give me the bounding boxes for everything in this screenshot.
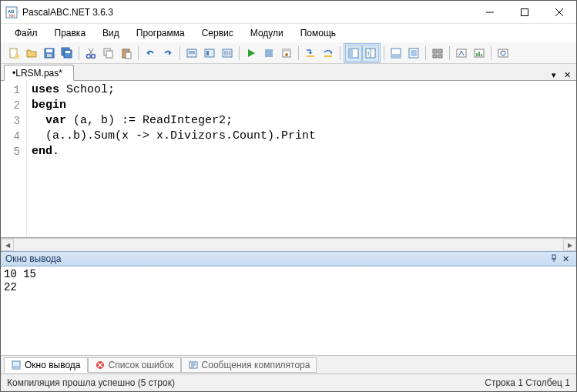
open-file-button[interactable] bbox=[23, 45, 40, 62]
undo-button[interactable] bbox=[142, 45, 159, 62]
extra-button-3[interactable] bbox=[495, 45, 512, 62]
output-content[interactable]: 10 15 22 bbox=[1, 266, 576, 356]
tab-errors[interactable]: Список ошибок bbox=[88, 357, 181, 373]
output-panel-title: Окно вывода bbox=[5, 253, 62, 264]
view-button-2[interactable] bbox=[405, 45, 422, 62]
menu-modules[interactable]: Модули bbox=[243, 25, 291, 41]
line-number: 5 bbox=[1, 144, 26, 159]
svg-rect-27 bbox=[205, 49, 214, 57]
svg-rect-63 bbox=[12, 366, 20, 369]
maximize-button[interactable] bbox=[507, 1, 542, 23]
cut-button[interactable] bbox=[82, 45, 99, 62]
scroll-left-icon[interactable]: ◀ bbox=[1, 239, 14, 251]
toolbar-separator bbox=[425, 46, 426, 60]
minimize-button[interactable] bbox=[472, 1, 507, 23]
horizontal-scrollbar[interactable]: ◀ ▶ bbox=[1, 238, 576, 251]
svg-point-8 bbox=[15, 54, 19, 59]
code-editor[interactable]: 1 2 3 4 5 uses School;begin var (a, b) :… bbox=[1, 81, 576, 238]
svg-rect-48 bbox=[433, 49, 437, 53]
errors-tab-icon bbox=[95, 360, 106, 370]
stop-button[interactable] bbox=[260, 45, 277, 62]
extra-button-2[interactable] bbox=[471, 45, 488, 62]
copy-button[interactable] bbox=[100, 45, 117, 62]
svg-rect-50 bbox=[433, 55, 437, 58]
tool-button-c[interactable] bbox=[219, 45, 236, 62]
tab-compiler-messages[interactable]: Сообщения компилятора bbox=[181, 357, 317, 373]
new-file-button[interactable] bbox=[5, 45, 22, 62]
panel-close-icon[interactable]: ✕ bbox=[560, 254, 572, 264]
editor-tab-strip: •LRSM.pas* ▾ ✕ bbox=[1, 64, 576, 81]
svg-rect-55 bbox=[478, 52, 480, 56]
output-panel-header: Окно вывода ✕ bbox=[1, 251, 576, 266]
code-content[interactable]: uses School;begin var (a, b) := ReadInte… bbox=[27, 81, 576, 237]
scroll-right-icon[interactable]: ▶ bbox=[563, 239, 576, 251]
view-button-1[interactable] bbox=[387, 45, 404, 62]
status-message: Компиляция прошла успешно (5 строк) bbox=[7, 377, 175, 388]
tab-dropdown-icon[interactable]: ▾ bbox=[549, 70, 559, 80]
title-bar: AB.Net PascalABC.NET 3.6.3 bbox=[1, 1, 576, 24]
svg-rect-10 bbox=[46, 49, 52, 52]
toolbar-separator bbox=[491, 46, 491, 60]
menu-edit[interactable]: Правка bbox=[47, 25, 94, 41]
output-tab-icon bbox=[11, 360, 22, 370]
svg-line-18 bbox=[89, 49, 92, 55]
svg-point-16 bbox=[92, 54, 96, 58]
svg-rect-40 bbox=[349, 49, 353, 58]
svg-rect-4 bbox=[521, 8, 528, 15]
svg-rect-28 bbox=[206, 51, 209, 55]
messages-tab-icon bbox=[188, 360, 199, 370]
run-button[interactable] bbox=[243, 45, 260, 62]
toolbar: I bbox=[1, 42, 576, 64]
tab-output[interactable]: Окно вывода bbox=[4, 357, 88, 373]
svg-rect-23 bbox=[126, 52, 131, 59]
menu-program[interactable]: Программа bbox=[129, 25, 193, 41]
svg-rect-11 bbox=[47, 54, 52, 57]
svg-line-17 bbox=[89, 49, 93, 55]
svg-text:I: I bbox=[367, 50, 369, 57]
menu-file[interactable]: Файл bbox=[7, 25, 45, 41]
status-bar: Компиляция прошла успешно (5 строк) Стро… bbox=[1, 374, 576, 391]
svg-rect-20 bbox=[106, 51, 112, 58]
compile-button[interactable] bbox=[278, 45, 295, 62]
tab-close-icon[interactable]: ✕ bbox=[562, 70, 573, 80]
tool-button-b[interactable] bbox=[201, 45, 218, 62]
toolbar-separator bbox=[239, 46, 240, 60]
step-into-button[interactable] bbox=[302, 45, 319, 62]
save-all-button[interactable] bbox=[59, 45, 75, 62]
svg-rect-45 bbox=[391, 54, 401, 58]
menu-help[interactable]: Помощь bbox=[293, 25, 344, 41]
menu-service[interactable]: Сервис bbox=[194, 25, 241, 41]
svg-point-15 bbox=[87, 54, 91, 58]
svg-rect-56 bbox=[481, 54, 482, 56]
paste-button[interactable] bbox=[118, 45, 135, 62]
pin-icon[interactable] bbox=[548, 254, 560, 263]
scroll-track[interactable] bbox=[14, 239, 563, 251]
editor-tab[interactable]: •LRSM.pas* bbox=[4, 65, 74, 81]
toolbar-separator bbox=[179, 46, 180, 60]
step-over-button[interactable] bbox=[320, 45, 337, 62]
close-button[interactable] bbox=[542, 1, 576, 23]
layout-button-2[interactable]: I bbox=[362, 45, 379, 62]
toolbar-separator bbox=[79, 46, 79, 60]
extra-button-1[interactable] bbox=[453, 45, 470, 62]
save-button[interactable] bbox=[41, 45, 58, 62]
redo-button[interactable] bbox=[159, 45, 176, 62]
toolbar-separator bbox=[449, 46, 450, 60]
tool-button-a[interactable] bbox=[183, 45, 200, 62]
svg-rect-47 bbox=[411, 50, 417, 56]
svg-rect-51 bbox=[438, 55, 442, 58]
app-logo-icon: AB.Net bbox=[5, 6, 18, 18]
menu-bar: Файл Правка Вид Программа Сервис Модули … bbox=[1, 24, 576, 42]
toolbar-separator bbox=[298, 46, 299, 60]
settings-button[interactable] bbox=[429, 45, 446, 62]
layout-button-1[interactable] bbox=[345, 45, 362, 62]
svg-point-36 bbox=[285, 53, 288, 56]
svg-rect-33 bbox=[265, 49, 273, 57]
menu-view[interactable]: Вид bbox=[95, 25, 127, 41]
line-number: 3 bbox=[1, 113, 26, 129]
line-number: 2 bbox=[1, 98, 26, 113]
svg-rect-35 bbox=[283, 49, 290, 52]
line-number: 1 bbox=[1, 82, 26, 98]
svg-rect-14 bbox=[65, 51, 70, 53]
toolbar-separator bbox=[138, 46, 139, 60]
